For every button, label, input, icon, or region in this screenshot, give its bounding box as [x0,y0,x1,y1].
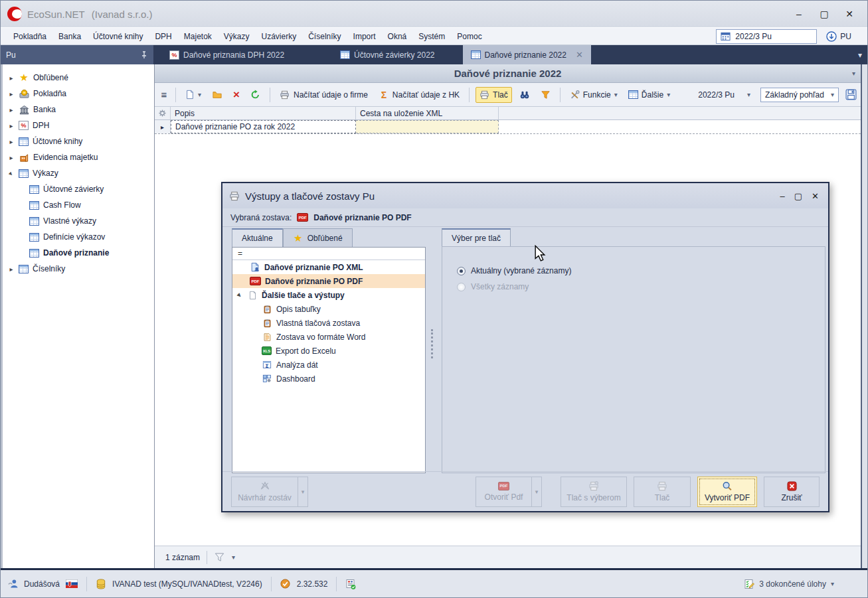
sidebar-item-vlastne-vykazy[interactable]: Vlastné výkazy [3,213,154,229]
new-record-caret-icon[interactable]: ▾ [198,91,201,98]
grid-row-danove-priznanie[interactable]: ▸ Daňové priznanie PO za rok 2022 [155,120,861,134]
report-item-vlastna-zostava[interactable]: Vlastná tlačová zostava [232,316,425,330]
save-view-button[interactable] [845,89,857,100]
tab-uctovne-zavierky[interactable]: Účtovné závierky 2022 [332,45,442,64]
expander-icon[interactable]: ▸ [8,106,15,113]
cell-popis[interactable]: Daňové priznanie PO za rok 2022 [171,120,356,133]
pin-icon[interactable] [140,51,148,59]
footer-filter-caret-icon[interactable]: ▾ [232,554,235,561]
more-dropdown[interactable]: Ďalšie ▾ [625,88,673,102]
tab-danove-priznania-dph[interactable]: % Daňové priznania DPH 2022 [161,45,292,64]
grid-settings-icon[interactable] [155,107,171,119]
tab-oblubene[interactable]: ★ Obľúbené [283,228,353,247]
tab-vyber-pre-tlac[interactable]: Výber pre tlač [442,228,511,247]
sidebar-item-pokladna[interactable]: ▸ Pokladňa [3,86,154,102]
expander-icon[interactable]: ▸ [8,90,15,98]
tabstrip-overflow-caret[interactable]: ▾ [858,50,867,60]
report-tree-header[interactable]: = [232,248,425,260]
report-item-analyza-dat[interactable]: Σ Analýza dát [232,358,425,372]
statusbar-version[interactable]: 2.32.532 [297,579,328,589]
new-record-button[interactable]: ▾ [182,87,205,102]
panel-splitter-handle[interactable] [431,329,435,358]
menu-dph[interactable]: DPH [149,29,177,44]
cancel-dialog-button[interactable]: Zrušiť [764,477,820,507]
statusbar-user[interactable]: Dudášová [24,579,60,589]
maximize-button[interactable]: ▢ [813,6,835,22]
load-firm-data-button[interactable]: Načítať údaje o firme [276,88,371,102]
expander-icon[interactable]: ▸ [8,154,15,161]
menu-pokladna[interactable]: Pokladňa [7,29,52,44]
header-caret-icon[interactable]: ▾ [852,70,855,77]
expander-icon-expanded[interactable]: ▸ [7,169,17,179]
connection-status-icon[interactable] [345,579,356,589]
expander-icon-expanded[interactable]: ▸ [235,290,245,300]
open-record-button[interactable] [209,88,226,102]
sidebar-item-cash-flow[interactable]: Cash Flow [3,197,154,213]
report-item-dashboard[interactable]: Dashboard [232,372,425,386]
expander-icon[interactable]: ▸ [8,265,15,273]
sidebar-item-vykazy[interactable]: ▸ Výkazy [3,165,154,181]
menu-uctovne-knihy[interactable]: Účtovné knihy [87,29,149,44]
load-hk-data-button[interactable]: Σ Načítať údaje z HK [375,87,463,103]
menu-okna[interactable]: Okná [382,29,413,44]
sidebar-item-danove-priznanie[interactable]: Daňové priznanie [3,245,154,261]
menu-vykazy[interactable]: Výkazy [218,29,256,44]
menu-import[interactable]: Import [347,29,382,44]
report-group-dalsie[interactable]: ▸ Ďalšie tlače a výstupy [232,288,425,302]
statusbar-database[interactable]: IVANAD test (MySQL/IVANADtest, V2246) [112,579,262,589]
menu-uzavierky[interactable]: Uzávierky [256,29,303,44]
radio-current-selected[interactable] [457,267,466,275]
delete-record-button[interactable]: × [230,88,243,102]
menu-banka[interactable]: Banka [52,29,87,44]
statusbar-tasks[interactable]: 3 dokončené úlohy [759,579,826,589]
menu-ciselniky[interactable]: Číselníky [302,29,347,44]
search-button[interactable] [516,88,533,102]
tab-danove-priznanie-active[interactable]: Daňové priznanie 2022 ✕ [463,45,591,64]
expander-icon[interactable]: ▸ [8,138,15,145]
dialog-minimize-button[interactable]: – [780,191,785,201]
close-button[interactable]: ✕ [838,6,861,22]
sidebar-item-definicie-vykazov[interactable]: Definície výkazov [3,229,154,245]
report-item-xml[interactable]: Daňové priznanie PO XML [232,260,425,274]
radio-row-current[interactable]: Aktuálny (vybrané záznamy) [457,263,825,279]
footer-filter-icon[interactable] [214,552,225,562]
sidebar-item-dph[interactable]: ▸ % DPH [3,117,154,133]
functions-dropdown[interactable]: Funkcie ▾ [566,88,621,102]
view-selector[interactable]: Základný pohľad ▾ [760,88,839,102]
refresh-button[interactable] [247,87,264,102]
sidebar-item-uctovne-zavierky[interactable]: Účtovné závierky [3,181,154,197]
sidebar-item-uctovne-knihy[interactable]: ▸ Účtovné knihy [3,133,154,149]
language-flag-icon[interactable] [66,579,78,588]
print-button[interactable]: Tlač [476,87,512,103]
tab-aktualne[interactable]: Aktuálne [232,228,283,247]
create-pdf-button[interactable]: Vytvoriť PDF [697,477,757,507]
filter-button[interactable] [537,88,554,102]
minimize-button[interactable]: – [788,6,810,22]
report-item-word[interactable]: Zostava vo formáte Word [232,330,425,344]
period-selector[interactable]: 2022/3 Pu [716,29,817,44]
column-header-popis[interactable]: Popis [171,107,356,119]
menu-pomoc[interactable]: Pomoc [451,29,487,44]
dialog-title-bar[interactable]: Výstupy a tlačové zostavy Pu – ▢ ✕ [222,183,828,208]
report-item-excel[interactable]: XLS Export do Excelu [232,344,425,358]
menu-majetok[interactable]: Majetok [178,29,218,44]
dialog-maximize-button[interactable]: ▢ [794,191,802,201]
dialog-close-button[interactable]: ✕ [812,191,819,201]
column-header-cesta-xml[interactable]: Cesta na uloženie XML [356,107,499,119]
expander-icon[interactable]: ▸ [8,122,15,129]
sidebar-item-evidencia-majetku[interactable]: ▸ Evidencia majetku [3,149,154,165]
sidebar-item-oblubene[interactable]: ▸ ★ Obľúbené [3,70,154,86]
tasks-caret-icon[interactable]: ▾ [831,580,834,587]
sidebar-item-banka[interactable]: ▸ Banka [3,102,154,117]
expander-icon[interactable]: ▸ [8,74,15,82]
report-item-opis-tabulky[interactable]: Opis tabuľky [232,302,425,316]
button-label: Vytvoriť PDF [705,493,750,502]
cell-cesta-xml[interactable] [356,120,499,133]
toolbar-period-dropdown[interactable]: 2022/3 Pu ▾ [695,88,754,102]
sidebar-item-ciselniky[interactable]: ▸ Číselníky [3,261,154,277]
hamburger-menu-icon[interactable]: ≡ [159,89,169,100]
menu-system[interactable]: Systém [412,29,451,44]
pu-button[interactable]: PU [826,31,861,42]
report-item-pdf[interactable]: PDF Daňové priznanie PO PDF [232,274,425,288]
tab-close-icon[interactable]: ✕ [576,50,583,60]
